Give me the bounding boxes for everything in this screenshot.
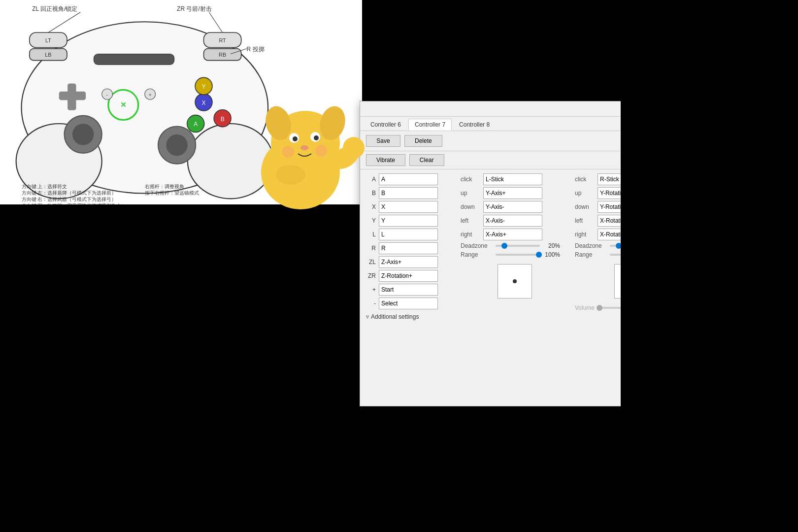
right-axis-down-label: down (575, 203, 595, 210)
button-row-B: B (366, 187, 455, 199)
left-axis-deadzone-row: Deadzone 20% (461, 242, 569, 249)
svg-rect-11 (94, 54, 174, 65)
button-row-ZL: ZL (366, 256, 455, 268)
svg-point-53 (343, 137, 365, 159)
button-input-ZR[interactable] (379, 270, 438, 282)
svg-text:+: + (149, 92, 152, 98)
volume-thumb[interactable] (597, 305, 602, 311)
left-joystick-vis (498, 264, 532, 299)
left-axis-click-label: click (461, 176, 480, 183)
button-input-B[interactable] (379, 187, 438, 199)
svg-text:方向键 右：选择武器（弓模式下为选择弓）: 方向键 右：选择武器（弓模式下为选择弓） (22, 197, 117, 202)
left-axis-up-label: up (461, 190, 480, 197)
left-axis-right-input[interactable] (483, 229, 542, 240)
button-row-minus: - (366, 298, 455, 309)
left-deadzone-pct: 20% (543, 242, 560, 249)
left-axis-up-row: up (461, 187, 569, 199)
left-axis-down-input[interactable] (483, 201, 542, 213)
right-deadzone-label: Deadzone (575, 242, 607, 249)
left-deadzone-track[interactable] (496, 245, 540, 247)
r-label: R 投掷 (247, 46, 265, 53)
additional-settings[interactable]: ▿ Additional settings (366, 311, 455, 322)
svg-text:Y: Y (202, 83, 206, 90)
button-row-Y: Y (366, 215, 455, 227)
button-row-L: L (366, 229, 455, 240)
button-row-ZR: ZR (366, 270, 455, 282)
button-row-X: X (366, 201, 455, 213)
buttons-section: A B X Y L (366, 173, 455, 406)
button-label-ZR: ZR (366, 272, 376, 279)
right-axis-up-label: up (575, 190, 595, 197)
black-right-area (621, 0, 798, 532)
svg-text:-: - (106, 92, 108, 98)
clear-button[interactable]: Clear (409, 154, 444, 166)
button-row-plus: + (366, 284, 455, 296)
svg-text:X: X (202, 100, 206, 106)
button-label-minus: - (366, 300, 376, 307)
button-input-plus[interactable] (379, 284, 438, 296)
svg-text:方向键 下：吹口哨（用于召唤坐骑或吸引敌人）: 方向键 下：吹口哨（用于召唤坐骑或吸引敌人） (22, 203, 127, 204)
button-label-R: R (366, 245, 376, 252)
left-range-thumb[interactable] (536, 252, 542, 258)
volume-label: Volume (575, 304, 595, 311)
left-axis-left-input[interactable] (483, 215, 542, 227)
svg-text:B: B (221, 116, 225, 123)
svg-text:按下右摇杆：望远镜模式: 按下右摇杆：望远镜模式 (145, 190, 199, 196)
tab-controller6[interactable]: Controller 6 (364, 119, 407, 131)
left-axis-down-row: down (461, 201, 569, 213)
left-deadzone-label: Deadzone (461, 242, 493, 249)
svg-point-17 (166, 134, 188, 156)
left-axis-section: click up down left right Deadzone (461, 173, 569, 406)
left-axis-range-row: Range 100% (461, 251, 569, 258)
button-input-Y[interactable] (379, 215, 438, 227)
right-axis-left-label: left (575, 217, 595, 224)
left-axis-up-input[interactable] (483, 187, 542, 199)
button-input-R[interactable] (379, 242, 438, 254)
vibrate-button[interactable]: Vibrate (366, 154, 405, 166)
svg-text:LT: LT (45, 37, 51, 43)
tab-controller7[interactable]: Controller 7 (408, 119, 452, 131)
svg-text:方向键 上：选择符文: 方向键 上：选择符文 (22, 184, 67, 189)
button-label-plus: + (366, 286, 376, 293)
button-input-ZL[interactable] (379, 256, 438, 268)
left-joystick-dot (513, 279, 517, 283)
svg-point-54 (276, 165, 305, 185)
left-axis-down-label: down (461, 203, 480, 210)
left-range-pct: 100% (543, 251, 560, 258)
left-axis-click-input[interactable] (483, 173, 542, 185)
button-input-A[interactable] (379, 173, 438, 185)
additional-settings-icon: ▿ (366, 313, 369, 320)
button-label-B: B (366, 190, 376, 197)
buttons-rows: A B X Y L (366, 173, 455, 309)
left-range-track[interactable] (496, 254, 540, 256)
svg-text:LB: LB (45, 52, 51, 58)
save-button[interactable]: Save (366, 135, 400, 147)
svg-point-50 (282, 146, 294, 158)
button-row-R: R (366, 242, 455, 254)
right-range-label: Range (575, 251, 607, 258)
zr-label: ZR 弓箭/射击 (177, 6, 212, 13)
right-axis-right-label: right (575, 231, 595, 238)
svg-point-15 (72, 124, 94, 145)
svg-text:右摇杆：调整视角: 右摇杆：调整视角 (145, 184, 184, 189)
button-label-L: L (366, 231, 376, 238)
left-range-label: Range (461, 251, 493, 258)
right-axis-click-label: click (575, 176, 595, 183)
svg-text:✕: ✕ (120, 100, 127, 109)
button-input-X[interactable] (379, 201, 438, 213)
svg-text:方向键 左：选择盾牌（弓模式下为选择前）: 方向键 左：选择盾牌（弓模式下为选择前） (22, 190, 117, 196)
left-axis-click-row: click (461, 173, 569, 185)
button-input-L[interactable] (379, 229, 438, 240)
svg-point-51 (315, 145, 327, 157)
svg-line-38 (48, 12, 80, 33)
delete-button[interactable]: Delete (404, 135, 442, 147)
button-label-A: A (366, 176, 376, 183)
svg-text:A: A (194, 121, 198, 128)
button-input-minus[interactable] (379, 298, 438, 309)
svg-point-49 (300, 145, 308, 150)
left-deadzone-thumb[interactable] (501, 243, 507, 249)
svg-rect-13 (67, 83, 76, 110)
left-axis-right-row: right (461, 229, 569, 240)
left-axis-left-label: left (461, 217, 480, 224)
tab-controller8[interactable]: Controller 8 (453, 119, 496, 131)
